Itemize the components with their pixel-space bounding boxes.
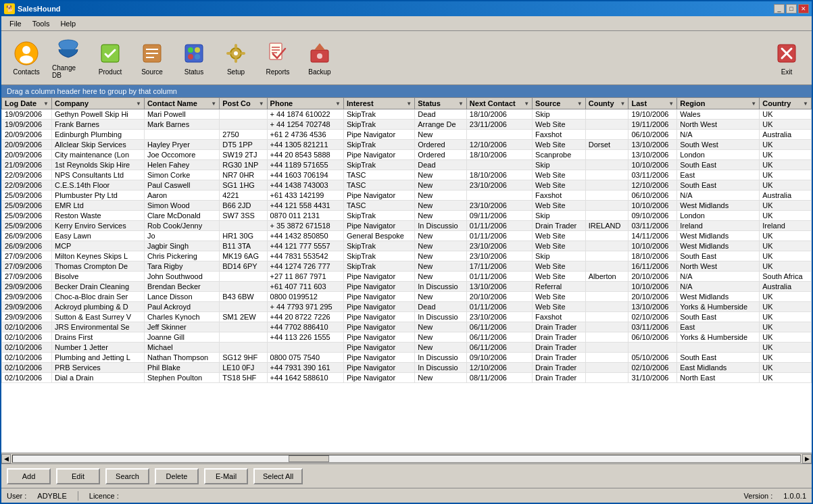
setup-button[interactable]: Setup — [216, 35, 255, 81]
scroll-track[interactable] — [12, 455, 801, 463]
scroll-right-button[interactable]: ▶ — [802, 454, 812, 463]
table-cell: UK — [760, 150, 812, 160]
table-cell: Chris Pickering — [144, 251, 219, 261]
table-row[interactable]: 22/09/2006NPS Consultants LtdSimon Corke… — [2, 170, 812, 180]
table-cell: 19/10/2006 — [629, 109, 677, 120]
table-cell: Simon Corke — [144, 170, 219, 180]
col-region[interactable]: Region▼ — [677, 98, 760, 109]
table-cell: Tara Rigby — [144, 261, 219, 272]
table-row[interactable]: 29/09/2006Sutton & East Surrey VCharles … — [2, 312, 812, 322]
status-button[interactable]: Status — [174, 35, 214, 81]
table-row[interactable]: 29/09/2006Becker Drain CleaningBrendan B… — [2, 282, 812, 292]
table-cell: 0800 0199512 — [267, 292, 343, 302]
table-cell: South Africa — [760, 272, 812, 282]
table-row[interactable]: 02/10/2006Number 1 JetterMichaelPipe Nav… — [2, 343, 812, 353]
col-interest[interactable]: Interest▼ — [343, 98, 414, 109]
table-row[interactable]: 29/09/2006Choc-a-Bloc drain SerLance Dis… — [2, 292, 812, 302]
table-cell: Wales — [677, 109, 760, 120]
table-row[interactable]: 21/09/20061st Reynolds Skip HireHelen Fa… — [2, 160, 812, 170]
backup-button[interactable]: Backup — [300, 35, 339, 81]
table-row[interactable]: 25/09/2006Kerry Enviro ServicesRob Cook/… — [2, 221, 812, 231]
col-log-date[interactable]: Log Date▼ — [2, 98, 52, 109]
table-row[interactable]: 25/09/2006Plumbuster Pty LtdAaron4221+61… — [2, 191, 812, 201]
table-cell: Clare McDonald — [144, 211, 219, 221]
table-row[interactable]: 27/09/2006Thomas Crompton DeTara RigbyBD… — [2, 261, 812, 272]
data-table: Log Date▼ Company▼ Contact Name▼ Post Co… — [1, 97, 812, 383]
col-company[interactable]: Company▼ — [51, 98, 144, 109]
table-cell: 10/10/2006 — [629, 282, 677, 292]
col-county[interactable]: County▼ — [585, 98, 629, 109]
table-row[interactable]: 20/09/2006City maintenance (LonJoe Occom… — [2, 150, 812, 160]
col-source[interactable]: Source▼ — [533, 98, 586, 109]
status-label: Status — [184, 68, 203, 76]
table-row[interactable]: 20/09/2006Allclear Skip ServicesHayley P… — [2, 140, 812, 150]
horizontal-scrollbar[interactable]: ◀ ▶ — [1, 453, 812, 463]
table-cell: Web Site — [533, 140, 586, 150]
table-cell: +44 1603 706194 — [267, 170, 343, 180]
svg-point-13 — [195, 54, 200, 59]
scroll-left-button[interactable]: ◀ — [1, 454, 11, 463]
exit-button[interactable]: Exit — [767, 35, 806, 81]
table-row[interactable]: 27/09/2006Milton Keynes Skips LChris Pic… — [2, 251, 812, 261]
table-cell: Thomas Crompton De — [51, 261, 144, 272]
menu-tools[interactable]: Tools — [27, 18, 55, 29]
table-cell: 27/09/2006 — [2, 251, 52, 261]
table-row[interactable]: 02/10/2006JRS Environmental SeJeff Skinn… — [2, 322, 812, 332]
setup-label: Setup — [227, 68, 245, 76]
col-phone[interactable]: Phone▼ — [267, 98, 343, 109]
col-contact-name[interactable]: Contact Name▼ — [144, 98, 219, 109]
table-row[interactable]: 22/09/2006C.E.S.14th FloorPaul CaswellSG… — [2, 180, 812, 191]
table-cell — [585, 130, 629, 140]
col-last[interactable]: Last▼ — [629, 98, 677, 109]
col-next-contact[interactable]: Next Contact▼ — [466, 98, 532, 109]
change-db-button[interactable]: Change DB — [49, 35, 88, 81]
table-cell — [466, 130, 532, 140]
table-cell: N/A — [677, 282, 760, 292]
minimize-button[interactable]: _ — [774, 4, 785, 14]
svg-rect-9 — [185, 45, 203, 62]
table-cell — [585, 363, 629, 373]
product-button[interactable]: Product — [91, 35, 130, 81]
table-cell: Drain Trader — [533, 332, 586, 343]
table-row[interactable]: 26/09/2006Easy LawnJoHR1 30G+44 1432 850… — [2, 231, 812, 241]
search-button[interactable]: Search — [105, 468, 149, 484]
maximize-button[interactable]: □ — [786, 4, 797, 14]
col-status[interactable]: Status▼ — [415, 98, 467, 109]
table-cell: Ackroyd plumbing & D — [51, 302, 144, 312]
table-row[interactable]: 19/09/2006Frank BarnesMark Barnes+ 44 12… — [2, 120, 812, 130]
table-row[interactable]: 27/09/2006BisolveJohn Southwood+27 11 86… — [2, 272, 812, 282]
table-row[interactable]: 02/10/2006Plumbing and Jetting LNathan T… — [2, 353, 812, 363]
email-button[interactable]: E-Mail — [204, 468, 248, 484]
col-country[interactable]: Country▼ — [760, 98, 812, 109]
add-button[interactable]: Add — [7, 468, 51, 484]
table-row[interactable]: 20/09/2006Edinburgh Plumbing2750+61 2 47… — [2, 130, 812, 140]
table-wrapper[interactable]: Log Date▼ Company▼ Contact Name▼ Post Co… — [1, 97, 812, 453]
scroll-thumb[interactable] — [289, 455, 329, 462]
reports-button[interactable]: Reports — [258, 35, 297, 81]
source-button[interactable]: Source — [132, 35, 172, 81]
titlebar-controls[interactable]: _ □ ✕ — [774, 4, 809, 14]
table-cell: N/A — [677, 130, 760, 140]
delete-button[interactable]: Delete — [155, 468, 199, 484]
table-row[interactable]: 29/09/2006Ackroyd plumbing & DPaul Ackro… — [2, 302, 812, 312]
table-cell — [585, 180, 629, 191]
table-row[interactable]: 02/10/2006Drains FirstJoanne Gill+44 113… — [2, 332, 812, 343]
menu-help[interactable]: Help — [55, 18, 81, 29]
table-row[interactable]: 25/09/2006Reston WasteClare McDonaldSW7 … — [2, 211, 812, 221]
close-button[interactable]: ✕ — [798, 4, 809, 14]
table-cell: 03/11/2006 — [629, 170, 677, 180]
table-row[interactable]: 19/09/2006Gethyn Powell Skip HiMari Powe… — [2, 109, 812, 120]
col-post-co[interactable]: Post Co▼ — [220, 98, 267, 109]
select-all-button[interactable]: Select All — [253, 468, 303, 484]
svg-point-26 — [317, 53, 322, 59]
edit-button[interactable]: Edit — [56, 468, 100, 484]
table-cell: Drain Trader — [533, 373, 586, 383]
table-row[interactable]: 02/10/2006PRB ServicesPhil BlakeLE10 0FJ… — [2, 363, 812, 373]
table-cell: IRELAND — [585, 221, 629, 231]
table-cell: 26/09/2006 — [2, 241, 52, 251]
table-row[interactable]: 26/09/2006MCPJagbir SinghB11 3TA+44 121 … — [2, 241, 812, 251]
menu-file[interactable]: File — [4, 18, 27, 29]
table-row[interactable]: 25/09/2006EMR LtdSimon WoodB66 2JD+44 12… — [2, 201, 812, 211]
table-row[interactable]: 02/10/2006Dial a DrainStephen PoultonTS1… — [2, 373, 812, 383]
contacts-button[interactable]: Contacts — [7, 35, 46, 81]
